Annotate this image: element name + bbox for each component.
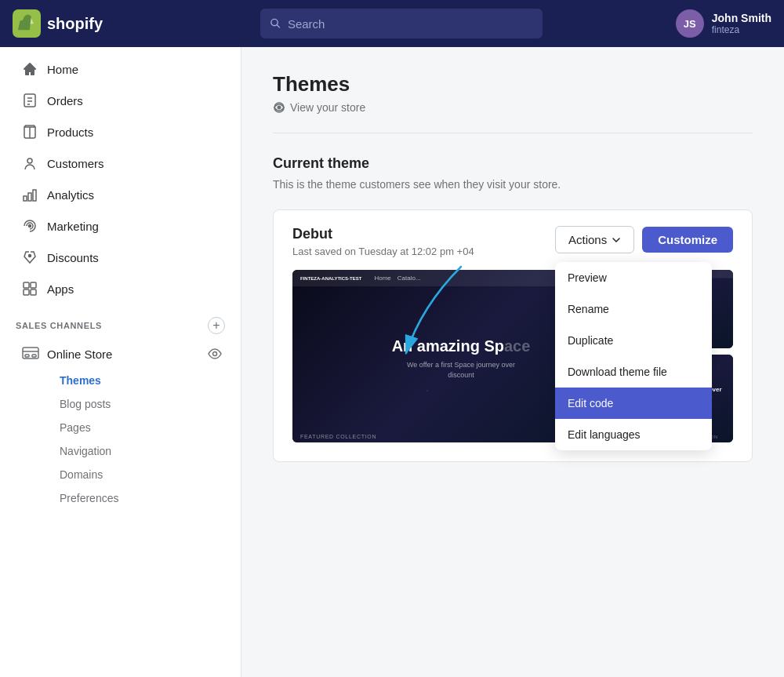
add-sales-channel-button[interactable]: +	[208, 317, 225, 334]
user-area: JS John Smith finteza	[676, 9, 771, 38]
eye-button[interactable]	[208, 347, 222, 361]
section-title: Current theme	[273, 155, 753, 172]
section-desc: This is the theme customers see when the…	[273, 178, 753, 191]
eye-icon	[208, 347, 222, 361]
svg-point-22	[278, 106, 281, 109]
nav-item-catalog: Catalo...	[397, 275, 421, 282]
sidebar-item-domains[interactable]: Domains	[47, 463, 234, 486]
sidebar-item-customers-label: Customers	[47, 157, 104, 170]
svg-rect-14	[31, 282, 36, 288]
dropdown-item-rename[interactable]: Rename	[555, 293, 712, 325]
sidebar-item-marketing[interactable]: Marketing	[6, 210, 234, 242]
sidebar-item-products-label: Products	[47, 126, 93, 139]
svg-point-11	[29, 225, 31, 227]
svg-point-20	[213, 352, 217, 356]
hero-subtext: We offer a first Space journey overdisco…	[407, 360, 515, 380]
user-store: finteza	[712, 24, 771, 35]
sidebar-item-analytics-label: Analytics	[47, 188, 94, 202]
svg-rect-16	[31, 289, 36, 295]
svg-rect-10	[33, 190, 36, 201]
dropdown-item-duplicate[interactable]: Duplicate	[555, 325, 712, 356]
page-title: Themes	[273, 72, 753, 96]
divider	[273, 133, 753, 133]
search-input[interactable]	[288, 17, 533, 31]
main-content: Themes View your store Current theme Thi…	[241, 47, 784, 677]
svg-rect-8	[24, 196, 27, 201]
online-store-left: Online Store	[22, 345, 112, 362]
sidebar-item-blog-posts[interactable]: Blog posts	[47, 392, 234, 416]
sidebar-item-apps[interactable]: Apps	[6, 273, 234, 304]
svg-rect-15	[24, 289, 29, 295]
online-store-row[interactable]: Online Store	[6, 339, 234, 369]
hero-heading: An amazing Space	[392, 337, 531, 355]
analytics-icon	[22, 187, 38, 202]
sidebar-item-themes[interactable]: Themes	[47, 369, 234, 392]
svg-point-12	[29, 255, 31, 257]
chevron-down-icon	[612, 235, 621, 245]
marketing-icon	[22, 218, 38, 234]
store-icon	[22, 345, 39, 362]
dropdown-item-edit-languages[interactable]: Edit languages	[555, 419, 712, 450]
svg-rect-9	[28, 193, 31, 201]
user-info: John Smith finteza	[712, 12, 771, 35]
sidebar-item-preferences[interactable]: Preferences	[47, 486, 234, 510]
dropdown-item-preview[interactable]: Preview	[555, 262, 712, 293]
sidebar-item-marketing-label: Marketing	[47, 220, 99, 233]
sidebar-item-discounts-label: Discounts	[47, 251, 99, 264]
sidebar-item-products[interactable]: Products	[6, 116, 234, 147]
home-icon	[22, 61, 38, 77]
actions-dropdown: Preview Rename Duplicate Download theme …	[555, 262, 712, 450]
sidebar: Home Orders Products Customers Analytics	[0, 47, 241, 677]
sidebar-item-navigation[interactable]: Navigation	[47, 439, 234, 463]
sidebar-item-apps-label: Apps	[47, 282, 74, 296]
theme-name: Debut	[292, 226, 474, 242]
svg-point-7	[27, 158, 32, 163]
sidebar-item-orders-label: Orders	[47, 94, 83, 107]
sidebar-item-pages[interactable]: Pages	[47, 416, 234, 439]
view-store-link[interactable]: View your store	[273, 101, 753, 114]
svg-rect-18	[25, 355, 29, 357]
theme-card-header: Debut Last saved on Tuesday at 12:02 pm …	[274, 210, 752, 270]
orders-icon	[22, 93, 38, 108]
customize-button[interactable]: Customize	[642, 227, 733, 253]
logo-area: shopify	[13, 9, 248, 38]
logo-text: shopify	[47, 15, 103, 33]
online-store-label: Online Store	[47, 348, 112, 361]
search-bar[interactable]	[260, 9, 543, 38]
app-header: shopify JS John Smith finteza	[0, 0, 784, 47]
shopify-logo-icon	[13, 9, 41, 38]
apps-icon	[22, 281, 38, 297]
avatar: JS	[676, 9, 704, 38]
svg-rect-19	[32, 355, 36, 357]
main-layout: Home Orders Products Customers Analytics	[0, 47, 784, 677]
sidebar-item-analytics[interactable]: Analytics	[6, 179, 234, 210]
sidebar-item-customers[interactable]: Customers	[6, 147, 234, 179]
products-icon	[22, 124, 38, 140]
sidebar-item-home[interactable]: Home	[6, 53, 234, 85]
dropdown-item-edit-code[interactable]: Edit code	[555, 388, 712, 419]
space-nav-logo: FINTEZA-ANALYTICS-TEST	[300, 276, 361, 281]
sidebar-item-home-label: Home	[47, 63, 78, 76]
svg-rect-13	[24, 282, 29, 288]
search-icon	[270, 17, 281, 30]
theme-meta: Last saved on Tuesday at 12:02 pm +04	[292, 246, 474, 257]
actions-button[interactable]: Actions	[555, 226, 634, 253]
customers-icon	[22, 155, 38, 171]
user-name: John Smith	[712, 12, 771, 24]
sales-channels-header: SALES CHANNELS +	[0, 304, 241, 339]
nav-item-home: Home	[374, 275, 390, 282]
theme-actions: Actions Preview Rename Duplicate Downloa…	[555, 226, 733, 253]
sales-channels-label: SALES CHANNELS	[16, 321, 102, 330]
view-store-label: View your store	[290, 101, 365, 114]
discounts-icon	[22, 249, 38, 265]
dropdown-item-download[interactable]: Download theme file	[555, 356, 712, 388]
view-icon	[273, 101, 285, 114]
theme-card: Debut Last saved on Tuesday at 12:02 pm …	[273, 209, 753, 462]
theme-info: Debut Last saved on Tuesday at 12:02 pm …	[292, 226, 474, 257]
sidebar-item-orders[interactable]: Orders	[6, 85, 234, 116]
sidebar-item-discounts[interactable]: Discounts	[6, 242, 234, 273]
sub-nav: Themes Blog posts Pages Navigation Domai…	[0, 369, 241, 510]
